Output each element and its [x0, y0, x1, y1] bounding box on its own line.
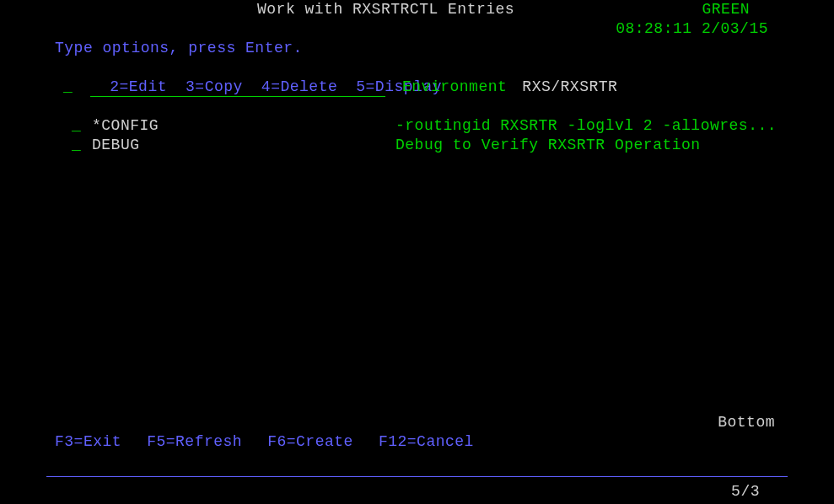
separator-line	[46, 476, 788, 477]
filter-text-input[interactable]	[90, 79, 385, 97]
status-indicator: GREEN	[702, 0, 750, 19]
terminal-screen: Work with RXSRTRCTL Entries GREEN 08:28:…	[0, 0, 834, 504]
cursor-position: 5/3	[731, 482, 760, 501]
environment-label: Environment	[402, 78, 507, 97]
list-item: _ DEBUG Debug to Verify RXSRTR Operation	[46, 136, 788, 155]
instruction-line: Type options, press Enter.	[46, 39, 788, 58]
row-opt-input[interactable]: _	[72, 136, 82, 155]
entry-name: *CONFIG	[92, 116, 395, 136]
datetime: 08:28:11 2/03/15	[616, 19, 768, 39]
date-value: 2/03/15	[702, 20, 768, 37]
bottom-indicator: Bottom	[718, 413, 775, 432]
entry-description: Debug to Verify RXSRTR Operation	[395, 136, 701, 155]
environment-value: RXS/RXSRTR	[522, 78, 617, 97]
entry-name: DEBUG	[92, 136, 395, 155]
page-title: Work with RXSRTRCTL Entries	[257, 0, 514, 19]
entry-description: -routingid RXSRTR -loglvl 2 -allowres...	[395, 116, 777, 136]
fkey-create[interactable]: F6=Create	[267, 433, 353, 450]
fkey-refresh[interactable]: F5=Refresh	[147, 433, 242, 450]
fkey-exit[interactable]: F3=Exit	[55, 433, 121, 450]
options-line: 2=Edit3=Copy4=Delete5=Display	[46, 58, 788, 78]
list-item: _ *CONFIG -routingid RXSRTR -loglvl 2 -a…	[46, 116, 788, 136]
function-keys: F3=ExitF5=RefreshF6=CreateF12=Cancel	[55, 432, 474, 452]
time-value: 08:28:11	[616, 20, 691, 37]
title-row: Work with RXSRTRCTL Entries GREEN	[46, 0, 788, 19]
row-opt-input[interactable]: _	[72, 116, 82, 136]
filter-row: _ Environment RXS/RXSRTR	[46, 78, 788, 97]
fkey-cancel[interactable]: F12=Cancel	[379, 433, 474, 450]
filter-opt-input[interactable]: _	[63, 78, 73, 97]
